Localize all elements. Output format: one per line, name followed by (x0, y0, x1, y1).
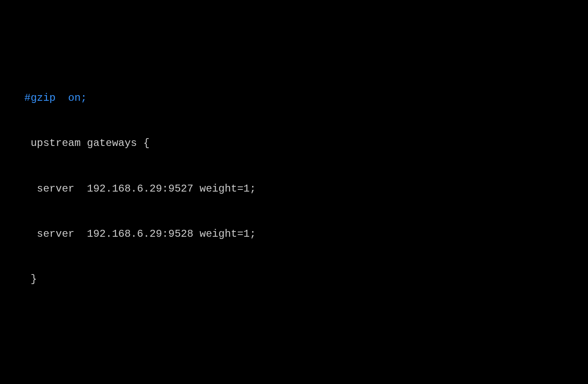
code-line: upstream gateways { (24, 136, 588, 151)
code-line (24, 363, 588, 378)
code-line: server 192.168.6.29:9527 weight=1; (24, 182, 588, 197)
server-entry-1: server 192.168.6.29:9527 weight=1; (24, 183, 256, 195)
upstream-close: } (24, 273, 37, 285)
nginx-config-code: #gzip on; upstream gateways { server 192… (0, 60, 588, 384)
code-line: } (24, 272, 588, 287)
code-line (24, 318, 588, 333)
upstream-open: upstream gateways { (24, 137, 149, 149)
server-entry-2: server 192.168.6.29:9528 weight=1; (24, 228, 256, 240)
code-line: server 192.168.6.29:9528 weight=1; (24, 227, 588, 242)
code-line: #gzip on; (24, 91, 588, 106)
comment-gzip: #gzip on; (24, 92, 87, 104)
